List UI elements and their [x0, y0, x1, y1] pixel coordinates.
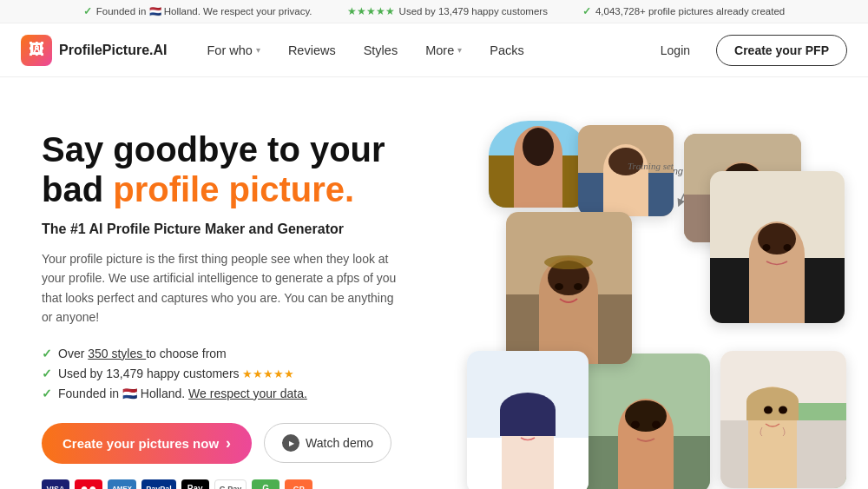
logo-icon: 🖼	[21, 35, 52, 66]
center-portrait	[506, 212, 632, 364]
amex-icon: AMEX	[108, 479, 136, 489]
svg-point-30	[763, 244, 771, 251]
create-pfp-button[interactable]: Create your PFP	[716, 35, 847, 66]
svg-point-58	[764, 406, 773, 414]
svg-point-16	[555, 283, 563, 290]
top-bar: ✓ Founded in 🇳🇱 Holland. We respect your…	[0, 0, 868, 23]
image-collage: Training set	[441, 121, 858, 489]
paypal-icon: PayPal	[141, 479, 176, 489]
styles-link[interactable]: 350 styles	[88, 347, 146, 360]
hero-right: Training set	[441, 121, 858, 489]
svg-rect-57	[746, 401, 799, 420]
watch-demo-label: Watch demo	[306, 436, 373, 450]
feature-item-styles: ✓ Over 350 styles to choose from	[42, 347, 406, 360]
play-icon	[282, 434, 299, 452]
login-button[interactable]: Login	[645, 36, 706, 64]
topbar-item-count: ✓ 4,043,728+ profile pictures already cr…	[582, 5, 785, 17]
bottom-left-portrait	[467, 351, 589, 489]
svg-point-48	[625, 400, 667, 432]
svg-point-4	[523, 128, 554, 166]
google-pay-icon: G Pay	[214, 479, 247, 489]
bottom-mid-portrait	[582, 354, 710, 489]
nav-link-reviews[interactable]: Reviews	[276, 36, 348, 64]
hero-subtitle: The #1 AI Profile Picture Maker and Gene…	[42, 221, 406, 237]
nav-links: For who Reviews Styles More Packs	[194, 36, 644, 64]
hero-description: Your profile picture is the first thing …	[42, 249, 406, 327]
watch-demo-button[interactable]: Watch demo	[264, 423, 391, 463]
feature-item-founded: ✓ Founded in 🇳🇱 Holland. We respect your…	[42, 387, 406, 400]
training-set-label: Training set	[628, 161, 674, 171]
extra-pay-icon2: GP	[285, 479, 312, 489]
svg-rect-47	[618, 432, 674, 489]
navbar: 🖼 ProfilePicture.AI For who Reviews Styl…	[0, 23, 868, 77]
nav-link-for-who[interactable]: For who	[194, 36, 272, 64]
svg-point-50	[652, 421, 661, 429]
main-content: Say goodbye to your bad profile picture.…	[0, 77, 868, 489]
svg-rect-8	[603, 170, 648, 216]
visa-icon: VISA	[42, 479, 69, 489]
svg-point-59	[779, 406, 787, 414]
logo[interactable]: 🖼 ProfilePicture.AI	[21, 35, 167, 66]
svg-point-49	[631, 421, 640, 429]
logo-text: ProfilePicture.AI	[59, 43, 167, 58]
topbar-item-customers: ★★★★★ Used by 13,479 happy customers	[347, 5, 548, 17]
nav-link-styles[interactable]: Styles	[352, 36, 411, 64]
feature-list: ✓ Over 350 styles to choose from ✓ Used …	[42, 347, 406, 400]
nav-link-packs[interactable]: Packs	[477, 36, 536, 64]
mid-right-portrait	[710, 171, 845, 323]
svg-rect-43	[500, 410, 556, 436]
nav-link-more[interactable]: More	[413, 36, 474, 64]
svg-point-15	[544, 255, 593, 269]
bottom-right-portrait	[720, 351, 846, 488]
topbar-item-founded: ✓ Founded in 🇳🇱 Holland. We respect your…	[83, 5, 312, 17]
training-img-1	[489, 121, 589, 208]
privacy-link[interactable]: We respect your data.	[188, 387, 307, 400]
feature-item-customers: ✓ Used by 13,479 happy customers ★★★★★	[42, 367, 406, 380]
apple-pay-icon: Pay	[181, 479, 209, 489]
arrow-icon: ›	[226, 434, 231, 453]
svg-point-17	[574, 283, 582, 290]
mastercard-icon: ●●	[75, 479, 102, 489]
svg-point-31	[784, 244, 792, 251]
extra-pay-icon1: G	[252, 479, 279, 489]
hero-title: Say goodbye to your bad profile picture.	[42, 129, 406, 209]
hero-left: Say goodbye to your bad profile picture.…	[42, 121, 406, 489]
cta-row: Create your pictures now › Watch demo	[42, 423, 406, 464]
nav-right: Login Create your PFP	[645, 35, 847, 66]
create-pictures-button[interactable]: Create your pictures now ›	[42, 423, 252, 464]
cta-primary-label: Create your pictures now	[62, 436, 219, 451]
payment-methods: VISA ●● AMEX PayPal Pay G Pay G GP	[42, 479, 406, 489]
